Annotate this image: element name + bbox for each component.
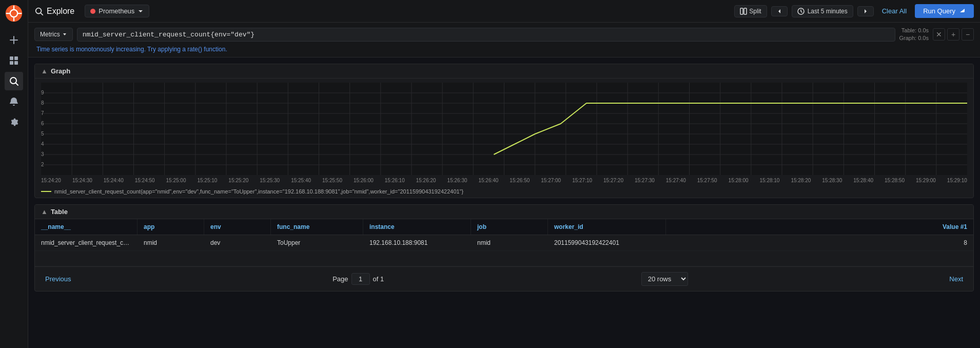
th-value[interactable]: Value #1: [666, 219, 973, 235]
remove-query-button[interactable]: ✕: [933, 28, 945, 41]
sidebar-item-configuration[interactable]: [5, 113, 23, 131]
svg-rect-14: [740, 8, 743, 14]
table-row: nmid_server_client_request_count nmid de…: [35, 235, 973, 251]
page-number-input[interactable]: [351, 273, 370, 285]
legend-color-line: [41, 191, 51, 192]
sidebar-item-add[interactable]: [5, 31, 23, 49]
svg-line-11: [16, 83, 18, 86]
th-instance[interactable]: instance: [363, 219, 471, 235]
th-app[interactable]: app: [138, 219, 204, 235]
query-area: Metrics Table: 0.0s Graph: 0.0s ✕ + − Ti…: [28, 23, 980, 57]
svg-text:4: 4: [41, 141, 44, 147]
svg-text:5: 5: [41, 131, 44, 137]
legend-label: nmid_server_client_request_count{app="nm…: [54, 188, 463, 195]
graph-legend: nmid_server_client_request_count{app="nm…: [35, 186, 973, 198]
main-content: Explore Prometheus Split: [28, 0, 980, 348]
svg-text:6: 6: [41, 121, 44, 126]
rows-per-page-select[interactable]: 20 rows 50 rows 100 rows: [641, 272, 688, 286]
table-panel-title: Table: [51, 208, 68, 216]
datasource-status-dot: [90, 9, 95, 14]
time-next-button[interactable]: [857, 6, 874, 16]
split-icon: [740, 8, 747, 15]
sidebar-item-explore[interactable]: [5, 72, 23, 90]
table-pagination: Previous Page of 1 20 rows 50 rows 100 r…: [35, 266, 973, 291]
datasource-name: Prometheus: [99, 7, 134, 15]
td-worker-id: 2011599043192422401: [548, 235, 666, 250]
chevron-down-icon: [138, 8, 144, 14]
table-header-row: __name__ app env func_name instance job: [35, 219, 973, 235]
svg-rect-7: [14, 56, 18, 60]
svg-line-13: [41, 13, 43, 15]
th-func-name[interactable]: func_name: [271, 219, 363, 235]
table-empty-row: [35, 251, 973, 266]
clock-icon: [797, 8, 805, 15]
time-range-picker[interactable]: Last 5 minutes: [792, 5, 853, 17]
topbar: Explore Prometheus Split: [28, 0, 980, 23]
th-worker-id[interactable]: worker_id: [548, 219, 666, 235]
query-timing-info: Table: 0.0s Graph: 0.0s: [899, 27, 929, 43]
query-action-icons: ✕ + −: [933, 28, 974, 41]
enter-icon: [958, 8, 966, 15]
th-env[interactable]: env: [204, 219, 271, 235]
graph-svg: 9 8 7 6 5 4 3 2: [41, 83, 967, 175]
page-info: Page of 1: [332, 273, 384, 285]
page-title: Explore: [34, 7, 74, 16]
td-value: 8: [666, 235, 973, 250]
td-job: nmid: [471, 235, 548, 250]
table-panel-header: ▲ Table: [35, 205, 973, 219]
explore-icon: [34, 7, 44, 16]
td-env: dev: [204, 235, 271, 250]
td-name: nmid_server_client_request_count: [35, 235, 138, 250]
query-hint: Time series is monotonously increasing. …: [34, 46, 974, 53]
svg-rect-8: [10, 61, 13, 65]
th-job[interactable]: job: [471, 219, 548, 235]
query-row: Metrics Table: 0.0s Graph: 0.0s ✕ + −: [34, 27, 974, 43]
sidebar-item-alerting[interactable]: [5, 92, 23, 111]
metrics-mode-button[interactable]: Metrics: [34, 28, 73, 41]
svg-text:7: 7: [41, 110, 44, 116]
graph-container: 9 8 7 6 5 4 3 2 15:24:20 1: [35, 79, 973, 186]
svg-text:3: 3: [41, 151, 44, 157]
graph-panel: ▲ Graph: [34, 64, 974, 198]
run-query-button[interactable]: Run Query: [915, 4, 974, 18]
graph-panel-title: Graph: [51, 67, 70, 75]
split-button[interactable]: Split: [734, 5, 767, 17]
previous-page-button[interactable]: Previous: [41, 273, 75, 285]
svg-rect-9: [14, 61, 18, 65]
add-query-button[interactable]: +: [947, 28, 959, 41]
table-panel: ▲ Table __name__ app env func_name inst: [34, 204, 974, 292]
svg-rect-6: [10, 56, 13, 60]
clear-all-button[interactable]: Clear All: [878, 5, 911, 17]
chevron-right-icon: [863, 9, 868, 14]
svg-text:2: 2: [41, 162, 44, 167]
svg-rect-15: [744, 8, 747, 14]
svg-text:8: 8: [41, 100, 44, 106]
datasource-selector[interactable]: Prometheus: [85, 5, 149, 17]
sidebar-item-dashboards[interactable]: [5, 51, 23, 70]
time-prev-button[interactable]: [771, 6, 788, 16]
td-instance: 192.168.10.188:9081: [363, 235, 471, 250]
table-collapse-icon[interactable]: ▲: [41, 208, 48, 216]
svg-text:9: 9: [41, 90, 44, 95]
graph-panel-header: ▲ Graph: [35, 64, 973, 79]
chevron-left-icon: [777, 9, 782, 14]
next-page-button[interactable]: Next: [945, 273, 967, 285]
td-func-name: ToUpper: [271, 235, 363, 250]
graph-collapse-icon[interactable]: ▲: [41, 67, 48, 75]
sidebar: [0, 0, 28, 348]
panels-container: ▲ Graph: [28, 57, 980, 348]
th-name[interactable]: __name__: [35, 219, 138, 235]
toggle-query-button[interactable]: −: [962, 28, 974, 41]
grafana-logo[interactable]: [5, 4, 23, 23]
query-input[interactable]: [77, 28, 895, 42]
td-app: nmid: [138, 235, 204, 250]
metrics-chevron-icon: [62, 32, 67, 37]
